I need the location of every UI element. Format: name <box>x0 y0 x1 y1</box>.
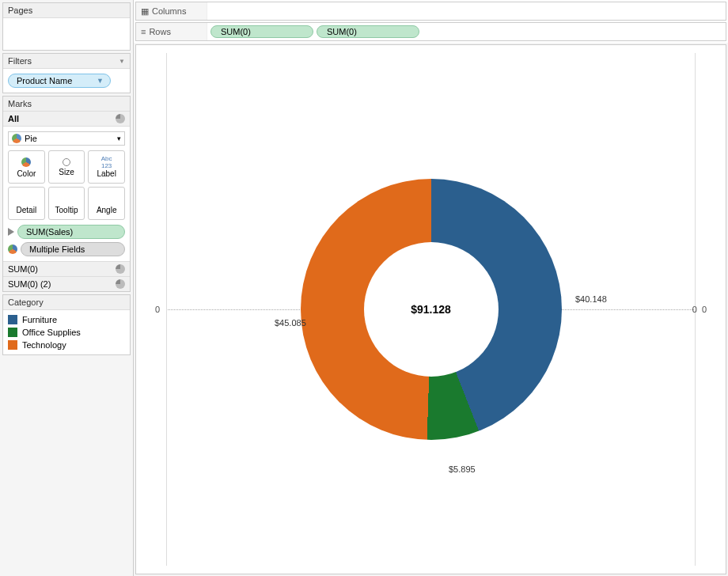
detail-icon <box>21 193 32 204</box>
legend-item-furniture[interactable]: Furniture <box>8 313 125 326</box>
chevron-down-icon: ▾ <box>117 135 121 142</box>
tooltip-shelf[interactable]: Tooltip <box>48 187 85 220</box>
filters-header[interactable]: Filters ▼ <box>3 54 130 69</box>
legend-swatch <box>8 340 17 350</box>
axis-tick-left: 0 <box>155 305 160 314</box>
sum-row[interactable]: SUM(0) (2) <box>3 276 130 291</box>
shelf-label: Angle <box>97 206 117 214</box>
pages-panel: Pages <box>2 2 131 51</box>
mark-pill-row[interactable]: SUM(Sales) <box>8 225 125 239</box>
shelf-label: Color <box>17 169 36 178</box>
category-header[interactable]: Category <box>3 295 130 310</box>
pie-icon <box>12 134 21 143</box>
donut-center-total: $91.128 <box>364 242 499 377</box>
label-icon: Abc123 <box>101 157 112 168</box>
rows-icon: ≡ <box>141 27 146 36</box>
mark-type-selector[interactable]: Pie ▾ <box>8 131 125 146</box>
color-icon <box>21 157 31 167</box>
marks-shelf-grid: Color Size Abc123Label Detail Tooltip An… <box>3 150 130 225</box>
data-label-office-supplies: $5.895 <box>449 464 476 474</box>
legend-swatch <box>8 315 17 324</box>
shelf-label: Size <box>59 168 74 176</box>
sum-rows: SUM(0) SUM(0) (2) <box>3 261 130 291</box>
mark-type-label: Pie <box>25 134 37 143</box>
sidebar: Pages Filters ▼ Product Name ▼ Marks All… <box>0 0 133 576</box>
filters-body[interactable]: Product Name ▼ <box>3 69 130 93</box>
color-icon <box>8 244 17 254</box>
pill-multiple-fields[interactable]: Multiple Fields <box>21 242 125 256</box>
legend-label: Furniture <box>22 315 57 324</box>
columns-label-text: Columns <box>152 6 186 16</box>
columns-icon: ▦ <box>141 6 149 17</box>
angle-icon <box>101 193 112 204</box>
columns-shelf-label: ▦Columns <box>136 2 207 20</box>
size-icon <box>63 158 70 166</box>
row-pill-sum0[interactable]: SUM(0) <box>317 25 419 38</box>
category-legend-panel: Category Furniture Office Supplies Techn… <box>2 294 131 355</box>
tooltip-icon <box>61 193 72 204</box>
rows-content[interactable]: SUM(0) SUM(0) <box>207 25 423 38</box>
pill-sum-sales[interactable]: SUM(Sales) <box>17 225 125 239</box>
axis-line <box>166 53 167 566</box>
marks-all-row[interactable]: All <box>3 112 130 127</box>
shelf-label: Label <box>97 169 116 178</box>
mark-pill-row[interactable]: Multiple Fields <box>8 242 125 256</box>
legend-label: Technology <box>22 340 66 350</box>
columns-shelf[interactable]: ▦Columns <box>135 2 726 21</box>
marks-panel: Marks All Pie ▾ Color Size Abc123Label D… <box>2 96 131 292</box>
shelf-label: Detail <box>17 206 37 214</box>
sum-row[interactable]: SUM(0) <box>3 261 130 276</box>
data-label-technology: $45.085 <box>275 318 306 328</box>
angle-shelf[interactable]: Angle <box>88 187 125 220</box>
shelf-label: Tooltip <box>55 206 78 214</box>
pages-label: Pages <box>8 6 32 15</box>
legend-item-technology[interactable]: Technology <box>8 339 125 351</box>
filter-pill-label: Product Name <box>17 76 72 85</box>
donut-chart: $91.128 <box>301 179 562 440</box>
pages-body[interactable] <box>3 18 130 50</box>
legend-body: Furniture Office Supplies Technology <box>3 310 130 354</box>
detail-shelf[interactable]: Detail <box>8 187 45 220</box>
legend-item-office-supplies[interactable]: Office Supplies <box>8 326 125 339</box>
chevron-down-icon[interactable]: ▼ <box>119 58 125 65</box>
mark-pills: SUM(Sales) Multiple Fields <box>3 225 130 261</box>
chevron-down-icon: ▼ <box>97 77 104 85</box>
label-shelf[interactable]: Abc123Label <box>88 150 125 184</box>
pages-header[interactable]: Pages <box>3 3 130 18</box>
play-icon <box>8 228 14 236</box>
main-area: ▦Columns ≡Rows SUM(0) SUM(0) 0 0 0 $91.1… <box>133 0 728 576</box>
pie-icon <box>116 264 125 274</box>
legend-label: Office Supplies <box>22 328 81 337</box>
axis-tick-right: 0 0 <box>692 305 707 314</box>
sum-row-label: SUM(0) (2) <box>8 279 51 289</box>
chart-canvas[interactable]: 0 0 0 $91.128 $40.148 $5.895 $45.085 <box>135 44 726 574</box>
rows-label-text: Rows <box>149 27 171 36</box>
marks-label: Marks <box>8 99 32 108</box>
legend-swatch <box>8 328 17 337</box>
marks-all-label: All <box>8 114 19 123</box>
sum-row-label: SUM(0) <box>8 264 38 274</box>
pie-icon <box>116 114 125 123</box>
filters-panel: Filters ▼ Product Name ▼ <box>2 53 131 93</box>
filter-pill-product-name[interactable]: Product Name ▼ <box>8 74 111 88</box>
marks-header[interactable]: Marks <box>3 97 130 112</box>
shelves-area: ▦Columns ≡Rows SUM(0) SUM(0) <box>134 0 728 43</box>
rows-shelf[interactable]: ≡Rows SUM(0) SUM(0) <box>135 22 726 41</box>
size-shelf[interactable]: Size <box>48 150 85 184</box>
rows-shelf-label: ≡Rows <box>136 23 207 40</box>
row-pill-sum0[interactable]: SUM(0) <box>210 25 313 38</box>
category-label: Category <box>8 297 44 307</box>
data-label-furniture: $40.148 <box>575 294 607 304</box>
color-shelf[interactable]: Color <box>8 150 45 184</box>
filters-label: Filters <box>8 56 32 66</box>
pie-icon <box>116 279 125 289</box>
